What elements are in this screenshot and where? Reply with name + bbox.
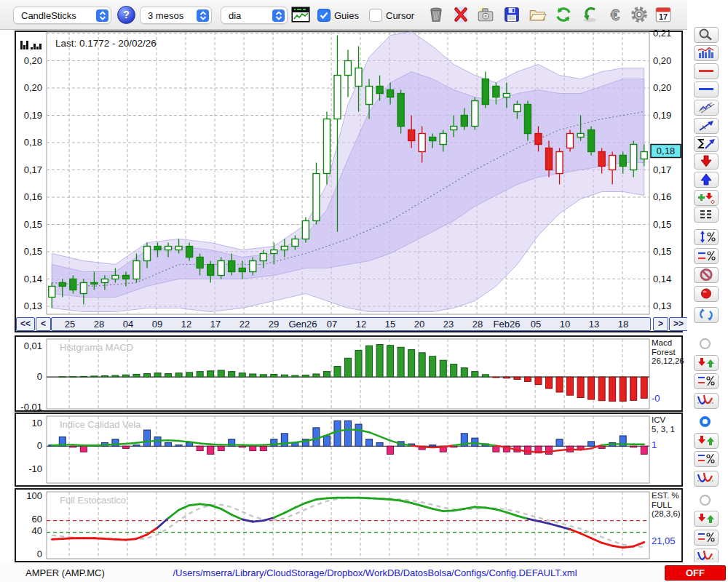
axis-tick-label: 0,01 (24, 340, 42, 351)
date-label: 28 (84, 319, 114, 330)
svg-text:0,21: 0,21 (653, 28, 671, 39)
svg-text:0,14: 0,14 (24, 274, 42, 284)
fast-forward-button[interactable]: >> (669, 317, 688, 331)
icv-params-label: 5, 3, 1 (652, 425, 675, 434)
date-label: 18 (609, 319, 638, 330)
svg-text:0,15: 0,15 (24, 219, 42, 230)
add-signal-tool-button[interactable] (694, 190, 719, 206)
icv-arrows-button[interactable] (694, 433, 719, 449)
date-label: 25 (55, 319, 84, 330)
axis-tick-label: 40 (32, 525, 42, 536)
macd-value-label: -0 (652, 393, 660, 404)
axis-tick-label: -10 (28, 463, 42, 474)
date-label: 29 (259, 319, 288, 330)
price-chart: 0,200,200,190,180,170,160,150,150,140,13… (15, 28, 682, 332)
svg-text:0,15: 0,15 (653, 219, 671, 230)
icv-value-label: 1 (652, 439, 657, 450)
svg-text:0,18: 0,18 (657, 146, 675, 156)
sum-trendline-tool-button[interactable] (694, 136, 719, 152)
svg-text:0,19: 0,19 (653, 110, 671, 121)
record-tool-button[interactable] (694, 286, 719, 302)
fast-back-button[interactable]: << (16, 317, 35, 331)
trendline-tool-button[interactable] (694, 118, 719, 134)
stoch-title: Full Estocastico (60, 495, 126, 506)
back-button[interactable]: < (36, 317, 51, 331)
icv-panel-radio[interactable] (700, 416, 711, 427)
svg-text:0,13: 0,13 (653, 300, 671, 311)
date-label: Gen26 (288, 319, 317, 330)
svg-text:0,14: 0,14 (653, 274, 671, 284)
stoch-arrows-button[interactable] (694, 511, 719, 527)
svg-text:0,13: 0,13 (24, 300, 42, 311)
stoch-params-label: FULL (652, 501, 673, 509)
macd-title: Histgrama MACD (60, 342, 133, 353)
zoom-tool-button[interactable] (694, 27, 719, 43)
svg-text:0,20: 0,20 (24, 82, 42, 93)
tool-sidebar (687, 0, 728, 582)
svg-text:0,17: 0,17 (24, 164, 42, 175)
date-label: 12 (172, 319, 201, 330)
date-label: 07 (317, 319, 347, 330)
date-label: 20 (405, 319, 434, 330)
stoch-percent-button[interactable] (694, 530, 719, 546)
macd-params-label: Forest (652, 348, 676, 356)
sync-tool-button[interactable] (694, 307, 719, 323)
config-path-label: /Users/mserra/Library/CloudStorage/Dropb… (102, 567, 648, 578)
stoch-panel: 10060400Full EstocasticoEST. %FULL(28,3,… (15, 489, 682, 562)
date-label: 09 (143, 319, 172, 330)
axis-tick-label: 10 (32, 418, 42, 428)
forward-button[interactable]: > (653, 317, 668, 331)
symbol-label: AMPER (AMP.MC) (25, 567, 105, 578)
status-bar: AMPER (AMP.MC) /Users/mserra/Library/Clo… (0, 562, 728, 582)
stoch-panel-radio[interactable] (700, 495, 711, 506)
arrow-up-tool-button[interactable] (694, 172, 719, 188)
axis-tick-label: 60 (32, 514, 42, 525)
stoch-value-label: 21,05 (652, 535, 676, 546)
date-label: 04 (114, 319, 143, 330)
icv-title: Indice Calidad Vela (60, 419, 141, 430)
vertical-percent-tool-button[interactable] (694, 229, 719, 245)
axis-tick-label: -0,01 (20, 402, 42, 412)
axis-tick-label: 0 (37, 549, 42, 559)
date-label: 12 (347, 319, 376, 330)
last-price-tag: 0,18 (651, 145, 681, 158)
date-label: 05 (521, 319, 550, 330)
date-label: 17 (201, 319, 230, 330)
channel-tool-button[interactable] (694, 100, 719, 116)
stoch-params-label: (28,3,6) (652, 509, 681, 518)
macd-percent-button[interactable] (694, 373, 719, 389)
axis-tick-label: 0 (37, 440, 42, 451)
svg-text:0,20: 0,20 (653, 82, 671, 93)
date-label: 13 (579, 319, 609, 330)
blue-hline-tool-button[interactable] (694, 81, 719, 97)
macd-curves-button[interactable] (694, 393, 719, 409)
date-label: 28 (463, 319, 492, 330)
macd-arrows-button[interactable] (694, 355, 719, 371)
lines-percent-tool-button[interactable] (694, 248, 719, 264)
off-button[interactable]: OFF (665, 565, 726, 581)
svg-text:0,16: 0,16 (653, 191, 671, 202)
indicators-panel-button[interactable] (694, 45, 719, 61)
axis-tick-label: 100 (26, 490, 42, 501)
icv-curves-button[interactable] (694, 471, 719, 487)
date-label: 10 (550, 319, 579, 330)
date-label-strip[interactable]: 2528040912172229Gen26071215202328Feb2605… (51, 317, 651, 331)
arrow-down-tool-button[interactable] (694, 154, 719, 170)
macd-params-label: Macd (652, 338, 672, 347)
icv-percent-button[interactable] (694, 451, 719, 467)
date-label: 15 (376, 319, 405, 330)
macd-panel-radio[interactable] (700, 338, 711, 349)
macd-params-label: 26,12,26 (652, 356, 684, 365)
svg-text:0,17: 0,17 (653, 164, 671, 175)
date-label: Feb26 (492, 319, 521, 330)
date-nav-bar: << < 2528040912172229Gen26071215202328Fe… (16, 317, 681, 331)
icv-panel: 100-10Indice Calidad VelaICV5, 3, 11 (15, 413, 682, 486)
svg-text:0,18: 0,18 (24, 137, 42, 148)
red-hline-tool-button[interactable] (694, 63, 719, 79)
axis-tick-label: 0 (37, 371, 42, 382)
dashed-lines-tool-button[interactable] (694, 207, 719, 223)
app-window: CandleSticks ? 3 mesos dia (0, 0, 728, 582)
macd-panel: 0,010-0,01Histgrama MACDMacdForest26,12,… (15, 336, 684, 412)
disable-tool-button[interactable] (694, 267, 719, 283)
charts-area: 0,200,200,190,180,170,160,150,150,140,13… (0, 0, 728, 582)
